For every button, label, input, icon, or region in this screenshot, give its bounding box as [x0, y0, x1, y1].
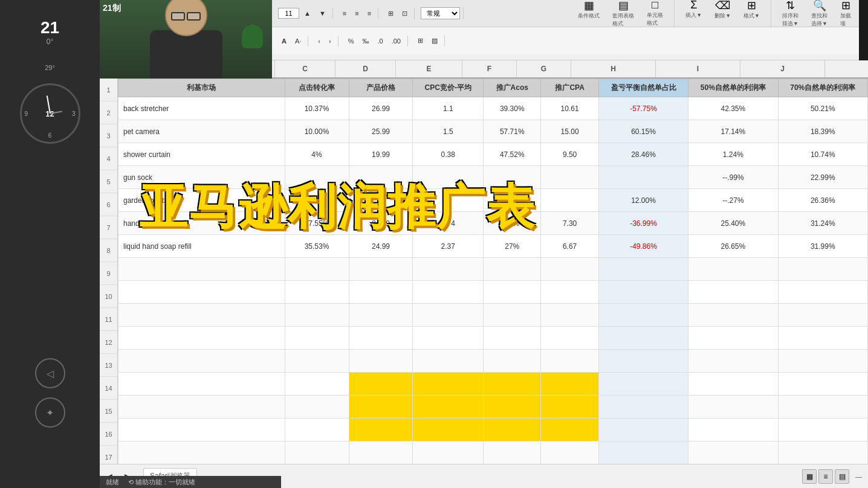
product-shower-curtain[interactable]: shower curtain — [118, 143, 285, 166]
indent-left-btn[interactable]: ‹ — [314, 36, 324, 47]
empty-cell[interactable] — [541, 327, 598, 350]
empty-cell[interactable] — [688, 304, 778, 327]
breakeven-shower-curtain[interactable]: 28.46% — [598, 143, 688, 166]
empty-cell[interactable] — [413, 373, 484, 396]
empty-cell[interactable] — [778, 327, 867, 350]
empty-cell[interactable] — [484, 304, 541, 327]
profit70-gun-sock[interactable]: 22.99% — [778, 166, 867, 189]
empty-cell[interactable] — [285, 304, 349, 327]
empty-cell[interactable] — [118, 327, 285, 350]
view-btn-2[interactable]: ≡ — [818, 469, 833, 484]
empty-cell[interactable] — [349, 350, 413, 373]
ctr-pet-camera[interactable]: 10.00% — [285, 120, 349, 143]
cpc-back-stretcher[interactable]: 1.1 — [413, 97, 484, 120]
align-right-btn[interactable]: ≡ — [364, 8, 375, 19]
empty-cell[interactable] — [541, 350, 598, 373]
decimal-inc-btn[interactable]: .0 — [374, 36, 386, 47]
empty-cell[interactable] — [778, 258, 867, 281]
empty-cell[interactable] — [285, 327, 349, 350]
thousands-btn[interactable]: ‰ — [358, 36, 372, 47]
empty-cell[interactable] — [541, 281, 598, 304]
add-group[interactable]: ⊞加载项 — [835, 0, 856, 29]
conditional-format-group[interactable]: ▦条件格式 — [573, 0, 604, 29]
font-color-btn[interactable]: A — [278, 36, 290, 47]
breakeven-liquid-hand-soap[interactable]: -49.86% — [598, 235, 688, 258]
empty-cell[interactable] — [285, 419, 349, 441]
empty-cell[interactable] — [285, 441, 349, 464]
empty-cell[interactable] — [598, 350, 688, 373]
empty-cell[interactable] — [688, 419, 778, 441]
empty-cell[interactable] — [349, 304, 413, 327]
profit70-pet-camera[interactable]: 18.39% — [778, 120, 867, 143]
table-style-group[interactable]: ▤套用表格格式 — [607, 0, 639, 29]
format-group2[interactable]: ⊞格式▼ — [739, 0, 765, 29]
font-size-input[interactable]: 11 — [278, 8, 299, 19]
empty-cell[interactable] — [778, 350, 867, 373]
price-shower-curtain[interactable]: 19.99 — [349, 143, 413, 166]
fill-btn[interactable]: ▧ — [428, 35, 441, 47]
empty-cell[interactable] — [484, 281, 541, 304]
empty-cell[interactable] — [118, 373, 285, 396]
ctr-back-stretcher[interactable]: 10.37% — [285, 97, 349, 120]
price-pet-camera[interactable]: 25.99 — [349, 120, 413, 143]
ctr-shower-curtain[interactable]: 4% — [285, 143, 349, 166]
product-pet-camera[interactable]: pet camera — [118, 120, 285, 143]
cpc-shower-curtain[interactable]: 0.38 — [413, 143, 484, 166]
cpa-garden-fountain[interactable] — [541, 189, 598, 212]
insert-group[interactable]: Σ插入▼ — [681, 0, 707, 29]
empty-cell[interactable] — [688, 327, 778, 350]
breakeven-garden-fountain[interactable]: 12.00% — [598, 189, 688, 212]
empty-cell[interactable] — [484, 373, 541, 396]
empty-cell[interactable] — [598, 373, 688, 396]
empty-cell[interactable] — [541, 396, 598, 419]
empty-cell[interactable] — [484, 327, 541, 350]
wrap-btn[interactable]: ⊞ — [384, 8, 397, 19]
empty-cell[interactable] — [778, 441, 867, 464]
empty-cell[interactable] — [118, 419, 285, 441]
empty-cell selected-cell[interactable] — [598, 327, 688, 350]
empty-cell[interactable] — [118, 258, 285, 281]
empty-cell[interactable] — [541, 441, 598, 464]
acos-shower-curtain[interactable]: 47.52% — [484, 143, 541, 166]
empty-cell[interactable] — [413, 350, 484, 373]
sort-filter-group[interactable]: ⇅排序和筛选▼ — [777, 0, 803, 29]
profit50-garden-fountain[interactable]: --.27% — [688, 189, 778, 212]
empty-cell[interactable] — [413, 419, 484, 441]
breakeven-pet-camera[interactable]: 60.15% — [598, 120, 688, 143]
cpa-liquid-hand-soap[interactable]: 6.67 — [541, 235, 598, 258]
empty-cell[interactable] — [688, 373, 778, 396]
empty-cell[interactable] — [349, 327, 413, 350]
empty-cell[interactable] — [688, 350, 778, 373]
breakeven-hand-soap-refills[interactable]: -36.99% — [598, 212, 688, 235]
empty-cell[interactable] — [118, 350, 285, 373]
find-group[interactable]: 🔍查找和选择▼ — [806, 0, 832, 29]
profit50-gun-sock[interactable]: --.99% — [688, 166, 778, 189]
empty-cell[interactable] — [688, 396, 778, 419]
align-center-btn[interactable]: ≡ — [351, 8, 362, 19]
empty-cell[interactable] — [484, 396, 541, 419]
empty-cell[interactable] — [285, 281, 349, 304]
empty-cell[interactable] — [349, 396, 413, 419]
empty-cell[interactable] — [778, 281, 867, 304]
empty-cell[interactable] — [484, 350, 541, 373]
profit50-pet-camera[interactable]: 17.14% — [688, 120, 778, 143]
empty-cell[interactable] — [484, 419, 541, 441]
profit70-hand-soap-refills[interactable]: 31.24% — [778, 212, 867, 235]
empty-cell[interactable] — [349, 281, 413, 304]
empty-cell[interactable] — [541, 258, 598, 281]
empty-cell[interactable] — [778, 304, 867, 327]
empty-cell[interactable] — [598, 396, 688, 419]
cpc-pet-camera[interactable]: 1.5 — [413, 120, 484, 143]
empty-cell[interactable] — [541, 373, 598, 396]
view-btn-3[interactable]: ▤ — [835, 469, 849, 484]
empty-cell[interactable] — [688, 281, 778, 304]
cell-style-group[interactable]: □单元格格式 — [642, 0, 668, 29]
acos-back-stretcher[interactable]: 39.30% — [484, 97, 541, 120]
empty-cell[interactable] — [778, 373, 867, 396]
font-size-down-btn[interactable]: ▼ — [316, 8, 329, 19]
empty-cell[interactable] — [118, 281, 285, 304]
profit50-back-stretcher[interactable]: 42.35% — [688, 97, 778, 120]
empty-cell[interactable] — [413, 327, 484, 350]
profit50-hand-soap-refills[interactable]: 25.40% — [688, 212, 778, 235]
product-back-stretcher[interactable]: back stretcher — [118, 97, 285, 120]
